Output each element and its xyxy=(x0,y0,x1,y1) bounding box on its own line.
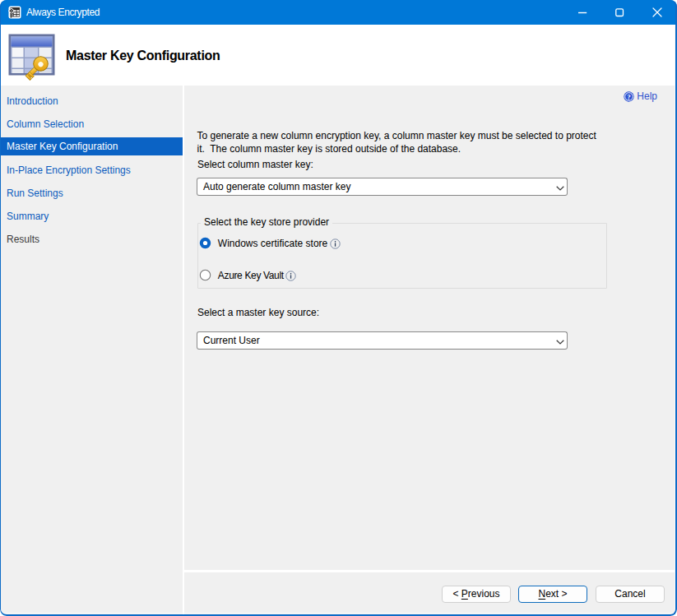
svg-text:?: ? xyxy=(628,92,631,100)
